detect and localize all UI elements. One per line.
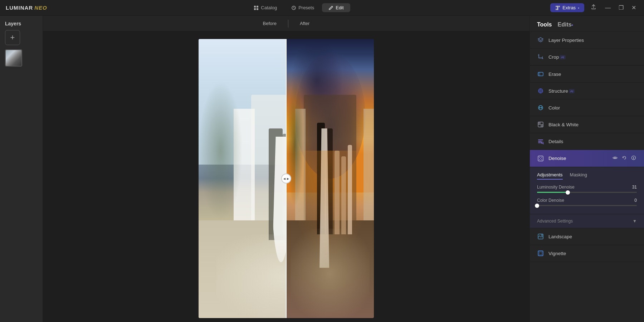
- edit-icon: [328, 5, 333, 10]
- advanced-settings-label: Advanced Settings: [537, 219, 573, 224]
- tools-panel: Tools Edits• Layer Properties: [530, 16, 644, 322]
- denoise-tabs: Adjustments Masking: [537, 172, 637, 180]
- color-denoise-row: Color Denoise 0: [537, 198, 637, 206]
- comparison-wrapper[interactable]: ◄►: [199, 39, 374, 318]
- layers-icon: [537, 36, 544, 44]
- after-label: After: [288, 21, 321, 26]
- compare-handle[interactable]: ◄►: [281, 174, 291, 184]
- minimize-button[interactable]: —: [603, 4, 613, 12]
- color-label: Color: [548, 105, 560, 111]
- luminosity-fill: [537, 192, 568, 193]
- tool-item-landscape[interactable]: Landscape: [530, 228, 644, 245]
- logo-neo: NEO: [34, 5, 47, 11]
- erase-icon: [537, 70, 544, 78]
- crop-icon: [537, 53, 544, 60]
- svg-rect-16: [538, 122, 541, 125]
- tool-item-details[interactable]: Details: [530, 133, 644, 150]
- tool-item-vignette[interactable]: Vignette: [530, 245, 644, 262]
- color-denoise-value: 0: [634, 198, 637, 203]
- share-icon: [591, 4, 596, 10]
- compare-handle-icon: ◄►: [283, 177, 290, 181]
- layers-panel: Layers +: [0, 16, 43, 322]
- window-controls: — ❐ ✕: [603, 4, 638, 12]
- luminosity-label: Luminosity Denoise: [537, 185, 575, 190]
- close-button[interactable]: ✕: [629, 4, 638, 12]
- svg-rect-5: [556, 6, 557, 7]
- tool-item-black-white[interactable]: Black & White: [530, 116, 644, 133]
- svg-rect-8: [557, 6, 558, 10]
- landscape-label: Landscape: [548, 234, 572, 239]
- tab-tools[interactable]: Tools: [537, 21, 552, 28]
- after-scene-bg: [286, 39, 374, 318]
- erase-label: Erase: [548, 72, 561, 77]
- svg-point-25: [633, 157, 634, 157]
- masking-tab[interactable]: Masking: [570, 172, 587, 180]
- tool-item-layer-properties[interactable]: Layer Properties: [530, 32, 644, 49]
- advanced-settings-row[interactable]: Advanced Settings ▼: [530, 214, 644, 228]
- plus-icon: +: [10, 33, 15, 42]
- canvas-top-bar: Before After: [43, 16, 530, 31]
- svg-rect-17: [541, 125, 543, 127]
- tool-item-erase[interactable]: Erase: [530, 66, 644, 83]
- canvas-area: Before After: [43, 16, 530, 322]
- tool-item-color[interactable]: Color: [530, 99, 644, 116]
- chevron-down-icon: ▼: [633, 219, 637, 224]
- luminosity-value: 31: [632, 185, 637, 190]
- svg-rect-7: [556, 9, 557, 10]
- tool-item-structure[interactable]: StructureAI: [530, 83, 644, 99]
- svg-rect-30: [538, 251, 543, 256]
- color-denoise-slider-track[interactable]: [537, 205, 637, 206]
- tool-item-crop[interactable]: CropAI: [530, 49, 644, 65]
- tool-item-denoise[interactable]: Denoise: [530, 150, 644, 167]
- layer-properties-label: Layer Properties: [548, 38, 584, 43]
- titlebar-right: Extras • — ❐ ✕: [550, 3, 638, 12]
- denoise-undo-btn[interactable]: [621, 155, 628, 162]
- main-layout: Layers + Before After: [0, 16, 644, 322]
- denoise-info-btn[interactable]: [630, 155, 637, 162]
- restore-button[interactable]: ❐: [616, 4, 626, 12]
- adjustments-tab[interactable]: Adjustments: [537, 172, 563, 180]
- svg-rect-10: [538, 72, 540, 76]
- denoise-content: Adjustments Masking Luminosity Denoise 3…: [530, 167, 644, 214]
- after-image: [286, 39, 374, 318]
- denoise-label: Denoise: [548, 156, 566, 161]
- svg-rect-6: [558, 6, 560, 7]
- denoise-visibility-btn[interactable]: [612, 155, 618, 162]
- add-layer-button[interactable]: +: [5, 30, 20, 45]
- luminosity-slider-track[interactable]: [537, 192, 637, 193]
- share-button[interactable]: [589, 4, 599, 12]
- layers-title: Layers: [0, 16, 43, 30]
- color-icon: [537, 104, 544, 111]
- landscape-icon: [537, 233, 544, 240]
- denoise-actions: [612, 155, 637, 162]
- luminosity-thumb[interactable]: [566, 190, 570, 195]
- layer-thumb-image: [6, 50, 21, 66]
- color-denoise-thumb[interactable]: [535, 204, 539, 208]
- crop-label: CropAI: [548, 54, 566, 60]
- info-icon: [631, 155, 636, 160]
- svg-rect-1: [257, 6, 258, 8]
- svg-rect-3: [257, 8, 258, 10]
- tab-edits[interactable]: Edits•: [557, 21, 573, 28]
- svg-point-13: [540, 91, 541, 91]
- compare-divider: ◄►: [286, 39, 287, 318]
- details-icon: [537, 138, 544, 145]
- svg-point-27: [541, 234, 543, 236]
- layer-thumbnail[interactable]: [5, 49, 22, 67]
- svg-rect-2: [254, 8, 256, 10]
- tools-header: Tools Edits•: [530, 16, 644, 32]
- catalog-nav-btn[interactable]: Catalog: [247, 3, 283, 12]
- edit-nav-btn[interactable]: Edit: [322, 3, 350, 12]
- structure-label: StructureAI: [548, 88, 575, 94]
- black-white-label: Black & White: [548, 122, 579, 127]
- presets-nav-btn[interactable]: Presets: [285, 3, 321, 12]
- details-label: Details: [548, 139, 563, 144]
- catalog-icon: [254, 5, 259, 10]
- image-container[interactable]: ◄►: [43, 31, 530, 322]
- before-label: Before: [252, 21, 288, 26]
- extras-dot: •: [578, 6, 579, 10]
- before-image: [199, 39, 286, 318]
- extras-button[interactable]: Extras •: [550, 3, 584, 12]
- luminosity-denoise-row: Luminosity Denoise 31: [537, 185, 637, 193]
- bw-icon: [537, 121, 544, 128]
